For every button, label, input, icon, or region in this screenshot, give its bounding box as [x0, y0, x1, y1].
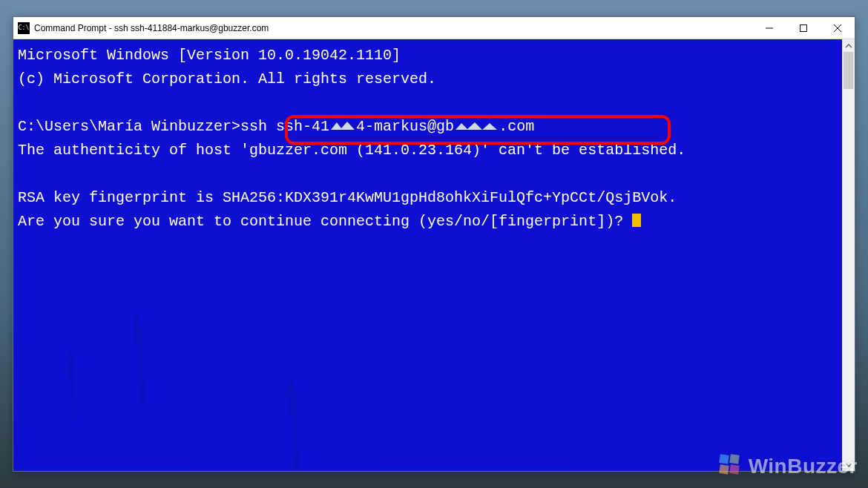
maximize-icon: [800, 24, 807, 32]
vertical-scrollbar[interactable]: [842, 39, 855, 471]
close-button[interactable]: [821, 17, 855, 39]
redaction-1: [329, 119, 356, 133]
chevron-up-icon: [845, 42, 852, 50]
line-continue-prompt: Are you sure you want to continue connec…: [18, 213, 632, 230]
svg-rect-3: [800, 24, 807, 31]
terminal-area[interactable]: Microsoft Windows [Version 10.0.19042.11…: [13, 39, 855, 471]
maximize-button[interactable]: [786, 17, 821, 39]
ssh-command-part1: ssh ssh-41: [240, 118, 329, 135]
terminal-cursor: [632, 214, 641, 227]
scroll-thumb[interactable]: [844, 52, 853, 89]
scroll-track[interactable]: [842, 52, 855, 458]
line-copyright: (c) Microsoft Corporation. All rights re…: [18, 70, 436, 88]
terminal-output[interactable]: Microsoft Windows [Version 10.0.19042.11…: [13, 39, 842, 471]
scroll-down-button[interactable]: [842, 458, 855, 471]
cmd-window: C:\ Command Prompt - ssh ssh-411884-mark…: [13, 16, 855, 472]
line-authenticity: The authenticity of host 'gbuzzer.com (1…: [18, 142, 685, 159]
scroll-up-button[interactable]: [842, 39, 855, 52]
minimize-button[interactable]: [752, 17, 786, 39]
redaction-2: [454, 119, 499, 133]
prompt-path: C:\Users\María Winbuzzer>: [18, 118, 240, 135]
cmd-app-icon: C:\: [18, 22, 30, 34]
ssh-command-part3: .com: [499, 118, 534, 135]
line-version: Microsoft Windows [Version 10.0.19042.11…: [18, 47, 401, 64]
window-title: Command Prompt - ssh ssh-411884-markus@g…: [34, 23, 269, 33]
ssh-command-part2: 4-markus@gb: [356, 118, 454, 135]
minimize-icon: [766, 24, 773, 32]
svg-rect-6: [329, 119, 356, 133]
window-controls: [752, 17, 855, 39]
chevron-down-icon: [845, 461, 852, 469]
close-icon: [834, 24, 841, 32]
line-fingerprint: RSA key fingerprint is SHA256:KDX391r4Kw…: [18, 189, 677, 206]
titlebar[interactable]: C:\ Command Prompt - ssh ssh-411884-mark…: [13, 17, 855, 39]
